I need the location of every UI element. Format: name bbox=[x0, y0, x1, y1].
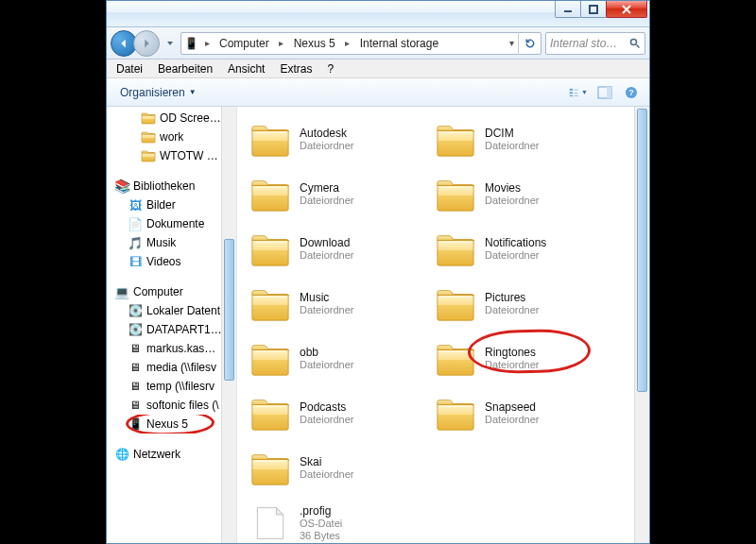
file-item[interactable]: Download Dateiordner bbox=[249, 222, 428, 277]
file-item[interactable]: Cymera Dateiordner bbox=[249, 167, 428, 222]
tree-item[interactable]: 📄 Dokumente bbox=[107, 214, 222, 233]
tree-header[interactable]: 🌐 Netzwerk bbox=[107, 445, 222, 464]
tree-item[interactable]: 🎵 Musik bbox=[107, 233, 222, 252]
preview-pane-button[interactable] bbox=[594, 82, 615, 103]
file-name: obb bbox=[300, 346, 353, 359]
file-item[interactable]: Snapseed Dateiordner bbox=[434, 386, 613, 441]
file-list: Autodesk Dateiordner Cymera Dateiordner … bbox=[237, 107, 649, 543]
breadcrumb-segment[interactable]: Computer bbox=[214, 33, 275, 54]
svg-rect-3 bbox=[570, 92, 573, 94]
svg-rect-4 bbox=[570, 94, 573, 95]
refresh-button[interactable] bbox=[518, 32, 541, 55]
search-input[interactable]: Internal sto… bbox=[545, 32, 645, 55]
tree-label: Videos bbox=[146, 255, 180, 268]
organize-label: Organisieren bbox=[120, 86, 185, 99]
drive-icon: 💽 bbox=[128, 303, 143, 318]
file-item[interactable]: obb Dateiordner bbox=[249, 332, 428, 386]
libraries-icon: 📚 bbox=[114, 178, 129, 194]
tree-item[interactable]: WTOTW series bbox=[107, 146, 222, 165]
computer-icon: 💻 bbox=[114, 284, 129, 299]
tree-label: Bilder bbox=[146, 198, 176, 212]
tree-item[interactable]: OD Screenshot bbox=[107, 109, 222, 128]
chevron-right-icon[interactable]: ▸ bbox=[200, 38, 214, 48]
list-scrollthumb[interactable] bbox=[637, 109, 647, 392]
tree-label: Bibliotheken bbox=[133, 179, 195, 193]
explorer-window: 📱 ▸ Computer ▸ Nexus 5 ▸ Internal storag… bbox=[106, 0, 650, 544]
organize-button[interactable]: Organisieren ▼ bbox=[114, 83, 202, 102]
file-name: DCIM bbox=[485, 127, 539, 140]
menu-help[interactable]: ? bbox=[319, 60, 341, 77]
menu-file[interactable]: Datei bbox=[109, 60, 150, 77]
folder-icon bbox=[249, 282, 292, 326]
list-scrollbar[interactable] bbox=[634, 107, 649, 543]
tree-label: Computer bbox=[133, 285, 183, 298]
tree-label: work bbox=[160, 130, 183, 144]
chevron-right-icon[interactable]: ▸ bbox=[341, 38, 354, 48]
tree-item[interactable]: 🖥 markus.kasann bbox=[107, 339, 222, 358]
maximize-button[interactable] bbox=[580, 1, 607, 18]
close-button[interactable] bbox=[606, 1, 647, 18]
file-item[interactable]: Podcasts Dateiordner bbox=[249, 386, 428, 441]
netdrive-icon: 🖥 bbox=[128, 360, 143, 375]
folder-icon bbox=[434, 228, 477, 271]
nav-scrollthumb[interactable] bbox=[224, 239, 234, 381]
tree-item[interactable]: 🖥 temp (\\filesrv bbox=[107, 377, 222, 396]
drive-icon: 💽 bbox=[128, 322, 143, 337]
tree-item[interactable]: work bbox=[107, 128, 222, 146]
tree-header[interactable]: 💻 Computer bbox=[107, 282, 222, 301]
svg-rect-6 bbox=[607, 87, 611, 98]
tree-label: Dokumente bbox=[146, 217, 204, 230]
folder-icon bbox=[141, 129, 156, 144]
minimize-button[interactable] bbox=[555, 1, 581, 18]
nav-scrollbar[interactable] bbox=[221, 107, 236, 543]
location-icon: 📱 bbox=[181, 37, 200, 50]
chevron-right-icon[interactable]: ▸ bbox=[275, 38, 288, 48]
navigation-pane: OD Screenshot work WTOTW series 📚 Biblio… bbox=[107, 107, 237, 543]
help-button[interactable]: ? bbox=[621, 82, 642, 103]
file-item[interactable]: Skai Dateiordner bbox=[249, 441, 428, 496]
file-item[interactable]: Ringtones Dateiordner bbox=[434, 332, 613, 386]
titlebar bbox=[107, 1, 649, 27]
folder-icon bbox=[249, 447, 292, 490]
file-name: .profig bbox=[300, 504, 342, 518]
tree-item[interactable]: 📱 Nexus 5 bbox=[107, 415, 222, 434]
file-item[interactable]: Pictures Dateiordner bbox=[434, 277, 613, 332]
tree-label: Netzwerk bbox=[133, 448, 180, 461]
tree-item[interactable]: 💽 DATAPART1 (E bbox=[107, 320, 222, 339]
breadcrumb-segment[interactable]: Internal storage bbox=[354, 33, 444, 54]
file-item[interactable]: Autodesk Dateiordner bbox=[249, 112, 428, 167]
tree-item[interactable]: 🖼 Bilder bbox=[107, 196, 222, 214]
netdrive-icon: 🖥 bbox=[128, 379, 143, 394]
tree-item[interactable]: 💽 Lokaler Datent bbox=[107, 301, 222, 320]
folder-icon bbox=[434, 118, 477, 162]
tree-header[interactable]: 📚 Bibliotheken bbox=[107, 177, 222, 196]
file-item[interactable]: DCIM Dateiordner bbox=[434, 112, 613, 167]
file-item[interactable]: Music Dateiordner bbox=[249, 277, 428, 332]
tree-label: media (\\filesv bbox=[146, 361, 216, 374]
tree-item[interactable]: 🎞 Videos bbox=[107, 252, 222, 271]
nav-history-dropdown[interactable] bbox=[163, 30, 177, 57]
tree-item[interactable]: 🖥 softonic files (\ bbox=[107, 396, 222, 415]
menubar: Datei Bearbeiten Ansicht Extras ? bbox=[107, 60, 649, 78]
svg-text:?: ? bbox=[628, 88, 634, 97]
music-icon: 🎵 bbox=[128, 235, 143, 250]
menu-edit[interactable]: Bearbeiten bbox=[150, 60, 220, 77]
menu-view[interactable]: Ansicht bbox=[220, 60, 272, 77]
tree-item[interactable]: 🖥 media (\\filesv bbox=[107, 358, 222, 377]
file-item[interactable]: .profig OS-Datei36 Bytes bbox=[249, 496, 428, 543]
chevron-down-icon: ▼ bbox=[189, 88, 197, 96]
file-name: Podcasts bbox=[300, 400, 353, 414]
chevron-down-icon[interactable]: ▾ bbox=[505, 38, 518, 48]
menu-extras[interactable]: Extras bbox=[272, 60, 319, 77]
folder-icon bbox=[434, 337, 477, 381]
folder-icon bbox=[249, 392, 292, 435]
file-item[interactable]: Notifications Dateiordner bbox=[434, 222, 613, 277]
view-options-button[interactable]: ▼ bbox=[568, 82, 589, 103]
videos-icon: 🎞 bbox=[128, 254, 143, 269]
breadcrumb[interactable]: 📱 ▸ Computer ▸ Nexus 5 ▸ Internal storag… bbox=[180, 32, 541, 55]
folder-icon bbox=[249, 118, 292, 162]
file-item[interactable]: Movies Dateiordner bbox=[434, 167, 613, 222]
toolbar: Organisieren ▼ ▼ ? bbox=[107, 78, 649, 107]
breadcrumb-segment[interactable]: Nexus 5 bbox=[288, 33, 341, 54]
forward-button[interactable] bbox=[133, 30, 160, 57]
